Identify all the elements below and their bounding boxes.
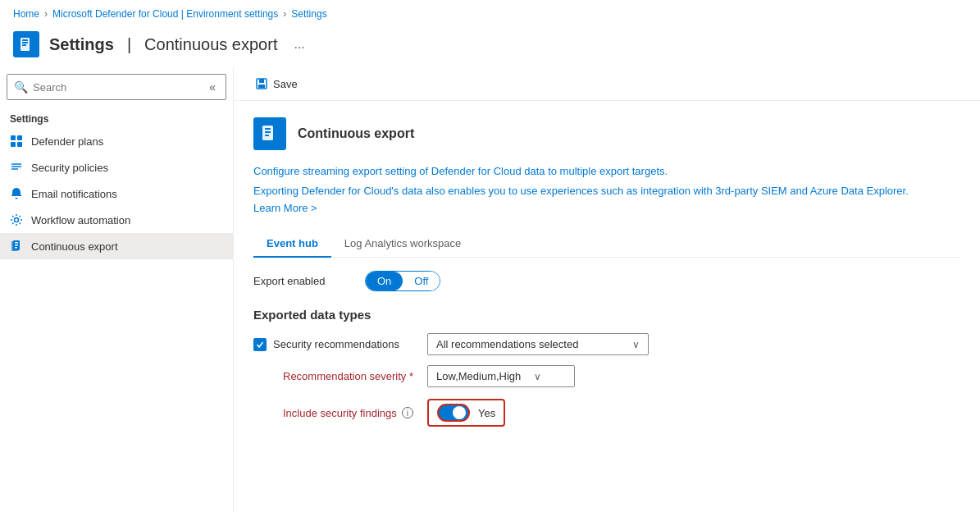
svg-rect-6 (11, 142, 16, 147)
findings-toggle-pill[interactable] (437, 404, 470, 422)
sidebar: 🔍 « Settings Defender plans (0, 67, 234, 512)
svg-rect-15 (15, 242, 18, 244)
svg-rect-17 (15, 247, 17, 249)
severity-dropdown-arrow: ∨ (534, 371, 541, 382)
search-input[interactable] (33, 81, 201, 94)
breadcrumb-sep2: › (283, 8, 286, 20)
sidebar-item-workflow-automation[interactable]: Workflow automation (0, 207, 233, 233)
sidebar-section-label: Settings (0, 107, 233, 128)
recommendation-severity-text: Recommendation severity (283, 370, 406, 382)
breadcrumb-environment[interactable]: Microsoft Defender for Cloud | Environme… (52, 8, 278, 20)
sidebar-label-security-policies: Security policies (31, 162, 108, 174)
security-recommendations-checkbox-label[interactable]: Security recommendations (253, 338, 417, 351)
search-icon: 🔍 (14, 80, 28, 94)
shield-grid-icon (10, 135, 23, 148)
sidebar-item-security-policies[interactable]: Security policies (0, 154, 233, 181)
svg-rect-20 (258, 85, 265, 88)
include-security-findings-row: Include security findings i Yes (283, 399, 960, 427)
svg-rect-11 (16, 198, 18, 199)
policy-icon (10, 161, 23, 174)
page-header: Settings | Continuous export ... (0, 28, 980, 67)
sidebar-label-email-notifications: Email notifications (31, 188, 117, 200)
tab-event-hub[interactable]: Event hub (253, 231, 331, 258)
toggle-on-option[interactable]: On (366, 272, 403, 290)
save-icon (255, 77, 268, 90)
tabs: Event hub Log Analytics workspace (253, 231, 960, 258)
page-header-icon (13, 31, 39, 57)
recommendation-severity-label: Recommendation severity * (283, 370, 417, 382)
security-recommendations-label: Security recommendations (273, 338, 399, 350)
page-header-more[interactable]: ... (294, 37, 304, 52)
svg-rect-23 (265, 131, 271, 133)
svg-rect-7 (17, 142, 22, 147)
breadcrumb-home[interactable]: Home (13, 8, 39, 20)
include-security-findings-text: Include security findings (283, 407, 397, 419)
description-line1: Configure streaming export setting of De… (253, 163, 960, 180)
svg-rect-5 (17, 135, 22, 140)
sidebar-label-workflow-automation: Workflow automation (31, 214, 130, 226)
findings-toggle-highlight: Yes (427, 399, 505, 427)
recommendation-severity-row: Recommendation severity * Low,Medium,Hig… (283, 365, 960, 387)
export-toggle[interactable]: On Off (365, 271, 440, 291)
collapse-sidebar-button[interactable]: « (206, 79, 219, 95)
svg-point-12 (15, 218, 19, 222)
svg-rect-4 (11, 135, 16, 140)
export-enabled-row: Export enabled On Off (253, 271, 960, 291)
findings-toggle-value: Yes (478, 407, 495, 419)
toggle-off-option[interactable]: Off (403, 272, 440, 290)
tab-log-analytics[interactable]: Log Analytics workspace (331, 231, 474, 258)
page-subtitle: Continuous export (144, 35, 277, 54)
learn-more-link[interactable]: Learn More > (253, 202, 317, 214)
page-title-divider: | (127, 35, 131, 54)
info-icon: i (402, 407, 413, 418)
severity-dropdown-value: Low,Medium,High (436, 370, 521, 382)
breadcrumb-sep1: › (44, 8, 48, 20)
security-recommendations-checkbox[interactable] (253, 338, 267, 351)
module-icon (253, 117, 286, 150)
sidebar-item-email-notifications[interactable]: Email notifications (0, 181, 233, 207)
content-body: Continuous export Configure streaming ex… (234, 101, 980, 512)
svg-rect-19 (259, 79, 264, 83)
svg-rect-3 (22, 44, 26, 46)
svg-rect-22 (265, 128, 271, 130)
include-security-findings-label: Include security findings i (283, 407, 417, 419)
recommendations-dropdown-value: All recommendations selected (436, 338, 578, 350)
svg-rect-2 (22, 42, 28, 43)
search-container[interactable]: 🔍 « (7, 74, 226, 100)
sidebar-item-defender-plans[interactable]: Defender plans (0, 128, 233, 154)
toolbar: Save (234, 67, 980, 101)
module-title: Continuous export (298, 126, 414, 141)
exported-data-types-title: Exported data types (253, 308, 960, 322)
breadcrumb: Home › Microsoft Defender for Cloud | En… (0, 0, 980, 28)
sidebar-item-continuous-export[interactable]: Continuous export (0, 233, 233, 259)
content-area: Save Continuous export Configure streami… (234, 67, 980, 512)
save-button[interactable]: Save (250, 74, 303, 94)
recommendations-dropdown[interactable]: All recommendations selected ∨ (427, 333, 649, 355)
severity-dropdown[interactable]: Low,Medium,High ∨ (427, 365, 575, 387)
recommendations-dropdown-arrow: ∨ (632, 339, 640, 350)
description-line2: Exporting Defender for Cloud's data also… (253, 183, 960, 199)
svg-rect-24 (265, 135, 269, 136)
export-enabled-label: Export enabled (253, 275, 352, 287)
required-star: * (409, 370, 413, 382)
security-recommendations-row: Security recommendations All recommendat… (253, 333, 960, 355)
toggle-pill-circle (453, 406, 466, 419)
gear-icon (10, 213, 23, 226)
module-header: Continuous export (253, 117, 960, 150)
svg-rect-1 (22, 39, 28, 41)
sidebar-label-continuous-export: Continuous export (31, 240, 118, 253)
page-title: Settings (49, 35, 114, 54)
bell-icon (10, 187, 23, 200)
export-icon (10, 240, 23, 253)
breadcrumb-settings[interactable]: Settings (291, 8, 326, 20)
save-label: Save (273, 78, 298, 90)
svg-rect-16 (15, 245, 18, 246)
sidebar-label-defender-plans: Defender plans (31, 135, 103, 148)
